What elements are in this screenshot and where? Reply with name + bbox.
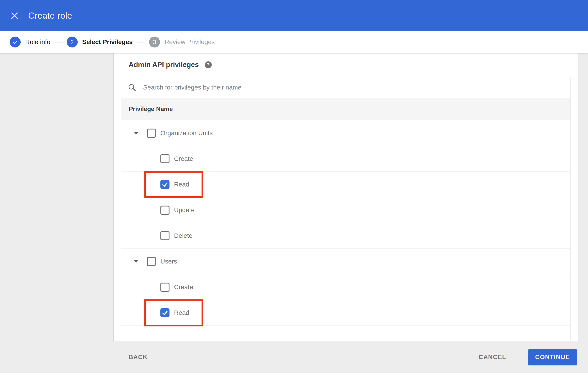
checkbox[interactable] <box>160 308 169 317</box>
privilege-row: Read <box>121 300 570 326</box>
stepper: Role info 2 Select Privileges 3 Review P… <box>0 31 588 53</box>
collapse-arrow-icon[interactable] <box>134 260 138 263</box>
stepper-connector <box>137 42 145 42</box>
privilege-label: Organization Units <box>160 129 213 137</box>
checkbox[interactable] <box>160 180 169 189</box>
privilege-row: Create <box>121 146 570 172</box>
privilege-row: Read <box>121 172 570 197</box>
checkbox[interactable] <box>147 129 156 138</box>
privileges-table: Privilege Name Organization Units Create… <box>121 77 570 342</box>
footer-action-bar: BACK CANCEL CONTINUE <box>0 342 588 373</box>
annotation-highlight <box>144 171 203 198</box>
close-icon[interactable] <box>8 9 21 22</box>
collapse-arrow-icon[interactable] <box>134 132 138 135</box>
section-title: Admin API privileges <box>129 61 199 69</box>
table-header: Privilege Name <box>121 98 570 120</box>
privilege-row: Create <box>121 274 570 300</box>
step-completed-check-icon <box>10 37 21 47</box>
checkbox[interactable] <box>160 231 169 240</box>
continue-button[interactable]: CONTINUE <box>528 349 577 365</box>
privileges-card: Admin API privileges ? Privilege Name Or… <box>114 53 578 342</box>
step-label: Select Privileges <box>82 38 133 46</box>
privilege-group-row: Users <box>121 249 570 274</box>
privilege-label: Read <box>174 181 189 188</box>
help-icon[interactable]: ? <box>205 61 212 68</box>
privilege-label: Delete <box>174 232 192 239</box>
back-button[interactable]: BACK <box>129 354 148 361</box>
privilege-label: Create <box>174 155 193 162</box>
checkbox[interactable] <box>160 154 169 163</box>
search-input[interactable] <box>143 84 570 91</box>
appbar: Create role <box>0 0 588 31</box>
page-title: Create role <box>28 11 72 21</box>
checkbox[interactable] <box>147 257 156 266</box>
privilege-label: Create <box>174 283 193 291</box>
privilege-label: Users <box>160 258 177 265</box>
search-icon <box>128 83 136 92</box>
stepper-step-review-privileges: 3 Review Privileges <box>149 37 215 47</box>
stepper-connector <box>54 42 63 42</box>
privilege-label: Update <box>174 207 194 214</box>
privilege-label: Read <box>174 309 189 316</box>
step-label: Review Privileges <box>165 38 215 46</box>
privilege-row: Update <box>121 197 570 223</box>
search-row <box>121 77 570 98</box>
card-heading: Admin API privileges ? <box>114 53 578 77</box>
checkbox[interactable] <box>160 283 169 292</box>
checkbox[interactable] <box>160 206 169 215</box>
privilege-row-clipped <box>121 326 570 342</box>
step-number-badge: 2 <box>67 37 78 47</box>
step-number-badge: 3 <box>149 37 160 47</box>
cancel-button[interactable]: CANCEL <box>479 354 506 361</box>
stepper-step-select-privileges[interactable]: 2 Select Privileges <box>67 37 133 47</box>
step-label: Role info <box>25 38 51 46</box>
annotation-highlight <box>144 299 203 326</box>
column-header: Privilege Name <box>129 106 173 113</box>
privilege-group-row: Organization Units <box>121 120 570 146</box>
stepper-step-role-info[interactable]: Role info <box>10 37 51 47</box>
privilege-row: Delete <box>121 223 570 249</box>
